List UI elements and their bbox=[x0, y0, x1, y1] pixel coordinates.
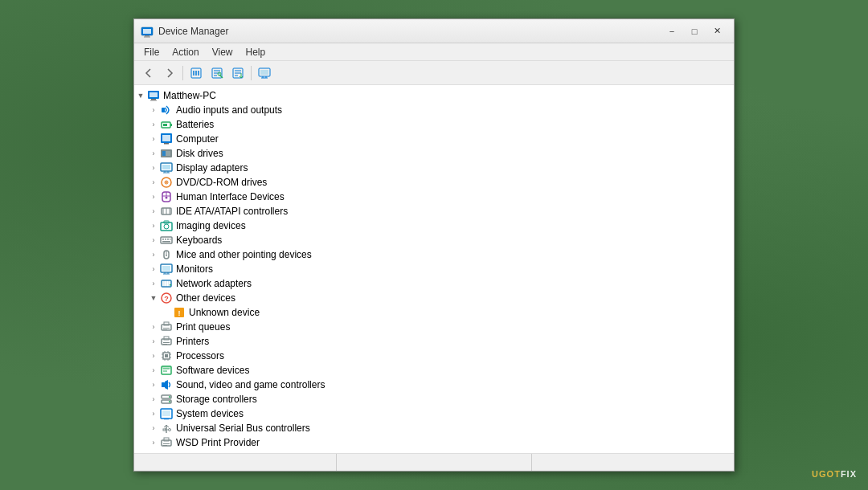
wsd-toggle[interactable]: › bbox=[147, 436, 160, 449]
tree-item-hid[interactable]: › Human Interface Devices bbox=[134, 190, 734, 204]
processors-toggle[interactable]: › bbox=[147, 349, 160, 362]
ide-toggle[interactable]: › bbox=[147, 205, 160, 218]
tree-item-disk[interactable]: › Disk drives bbox=[134, 146, 734, 161]
tree-item-imaging[interactable]: › Imaging devices bbox=[134, 218, 734, 233]
mice-toggle[interactable]: › bbox=[147, 248, 160, 261]
other-label: Other devices bbox=[176, 292, 235, 304]
display-icon bbox=[160, 161, 173, 174]
menu-help[interactable]: Help bbox=[240, 45, 272, 59]
title-bar: Device Manager − □ ✕ bbox=[134, 19, 734, 43]
other-toggle[interactable]: ▼ bbox=[147, 292, 160, 304]
update-driver-button[interactable] bbox=[228, 64, 248, 82]
back-button[interactable] bbox=[139, 64, 158, 82]
tree-item-processors[interactable]: › Processors bbox=[134, 349, 734, 363]
tree-item-other[interactable]: ▼ ? Other devices bbox=[134, 291, 734, 305]
svg-point-47 bbox=[166, 197, 168, 199]
tree-item-wsd[interactable]: › WSD Print Provider bbox=[134, 435, 734, 450]
menu-action[interactable]: Action bbox=[166, 45, 205, 59]
sound-toggle[interactable]: › bbox=[147, 378, 160, 391]
system-icon bbox=[160, 407, 173, 420]
window-title: Device Manager bbox=[158, 26, 661, 37]
system-toggle[interactable]: › bbox=[147, 407, 160, 420]
other-icon: ? bbox=[160, 292, 173, 304]
disk-icon bbox=[160, 147, 173, 160]
imaging-toggle[interactable]: › bbox=[147, 219, 160, 232]
sound-icon bbox=[160, 378, 173, 391]
network-label: Network adapters bbox=[176, 278, 252, 289]
svg-rect-73 bbox=[170, 284, 171, 286]
tree-root[interactable]: ▼ Matthew-PC bbox=[134, 88, 734, 103]
computer-toggle[interactable]: › bbox=[147, 133, 160, 145]
minimize-button[interactable]: − bbox=[661, 23, 682, 39]
tree-item-dvd[interactable]: › DVD/CD-ROM drives bbox=[134, 175, 734, 190]
scan-hardware-button[interactable] bbox=[186, 64, 206, 82]
tree-item-usb[interactable]: › Universal Serial Bus controllers bbox=[134, 421, 734, 435]
software-label: Software devices bbox=[176, 365, 249, 376]
tree-item-display[interactable]: › Display adapters bbox=[134, 161, 734, 175]
forward-button[interactable] bbox=[160, 64, 179, 82]
storage-icon bbox=[160, 393, 173, 406]
tree-item-printers[interactable]: › Printers bbox=[134, 334, 734, 349]
printqueues-icon bbox=[160, 321, 173, 333]
display-toggle[interactable]: › bbox=[147, 161, 160, 174]
display-button[interactable] bbox=[255, 64, 274, 82]
printqueues-toggle[interactable]: › bbox=[147, 321, 160, 333]
usb-icon bbox=[160, 422, 173, 435]
computer-icon bbox=[160, 133, 173, 145]
dvd-label: DVD/CD-ROM drives bbox=[176, 177, 267, 188]
printers-toggle[interactable]: › bbox=[147, 335, 160, 348]
printers-label: Printers bbox=[176, 336, 209, 347]
root-toggle[interactable]: ▼ bbox=[134, 89, 147, 102]
audio-label: Audio inputs and outputs bbox=[176, 104, 282, 116]
maximize-button[interactable]: □ bbox=[684, 23, 705, 39]
svg-rect-37 bbox=[162, 165, 170, 169]
tree-item-computer[interactable]: › Computer bbox=[134, 132, 734, 146]
network-toggle[interactable]: › bbox=[147, 277, 160, 290]
device-tree[interactable]: ▼ Matthew-PC › bbox=[134, 85, 734, 453]
tree-item-network[interactable]: › Network adapters bbox=[134, 276, 734, 291]
printqueues-label: Print queues bbox=[176, 321, 230, 333]
svg-text:?: ? bbox=[164, 295, 169, 303]
tree-item-ide[interactable]: › IDE ATA/ATAPI controllers bbox=[134, 204, 734, 218]
disk-label: Disk drives bbox=[176, 148, 223, 159]
status-section-2 bbox=[337, 454, 533, 471]
close-button[interactable]: ✕ bbox=[706, 23, 727, 39]
hid-toggle[interactable]: › bbox=[147, 190, 160, 203]
keyboards-toggle[interactable]: › bbox=[147, 234, 160, 247]
tree-item-batteries[interactable]: › Batteries bbox=[134, 117, 734, 132]
usb-toggle[interactable]: › bbox=[147, 422, 160, 435]
svg-rect-87 bbox=[165, 354, 168, 357]
tree-item-keyboards[interactable]: › Keyboards bbox=[134, 233, 734, 247]
batteries-toggle[interactable]: › bbox=[147, 118, 160, 131]
svg-rect-80 bbox=[163, 328, 170, 329]
tree-item-sound[interactable]: › Sound, video and game controllers bbox=[134, 378, 734, 392]
tree-item-monitors[interactable]: › Monitors bbox=[134, 262, 734, 276]
properties-button[interactable] bbox=[207, 64, 227, 82]
disk-toggle[interactable]: › bbox=[147, 147, 160, 160]
tree-item-software[interactable]: › Software devices bbox=[134, 363, 734, 378]
menu-file[interactable]: File bbox=[137, 45, 166, 59]
tree-item-audio[interactable]: › Audio inputs and outputs bbox=[134, 103, 734, 117]
tree-item-unknown[interactable]: › ! Unknown device bbox=[134, 305, 734, 320]
monitors-toggle[interactable]: › bbox=[147, 263, 160, 276]
storage-toggle[interactable]: › bbox=[147, 393, 160, 406]
tree-item-system[interactable]: › System devices bbox=[134, 406, 734, 421]
batteries-label: Batteries bbox=[176, 119, 214, 130]
tree-item-storage[interactable]: › Storage controllers bbox=[134, 392, 734, 406]
svg-rect-57 bbox=[165, 239, 166, 240]
menu-view[interactable]: View bbox=[206, 45, 240, 59]
dvd-toggle[interactable]: › bbox=[147, 176, 160, 189]
status-section-1 bbox=[141, 454, 337, 471]
window-controls: − □ ✕ bbox=[661, 23, 727, 39]
software-toggle[interactable]: › bbox=[147, 364, 160, 377]
tree-item-printqueues[interactable]: › Print queues bbox=[134, 320, 734, 334]
watermark-part2: FIX bbox=[841, 469, 857, 479]
system-label: System devices bbox=[176, 408, 244, 419]
tree-item-mice[interactable]: › Mice and other pointing devices bbox=[134, 247, 734, 262]
svg-point-104 bbox=[169, 401, 170, 402]
audio-toggle[interactable]: › bbox=[147, 104, 160, 116]
usb-label: Universal Serial Bus controllers bbox=[176, 423, 310, 434]
svg-rect-29 bbox=[163, 124, 167, 126]
svg-rect-99 bbox=[162, 366, 171, 369]
software-icon bbox=[160, 364, 173, 377]
